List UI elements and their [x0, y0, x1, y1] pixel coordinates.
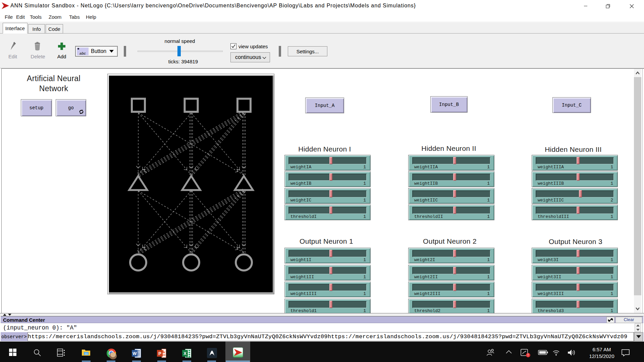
svg-text:X: X	[183, 351, 186, 356]
svg-text:P: P	[158, 351, 161, 356]
svg-text:W: W	[132, 351, 137, 356]
